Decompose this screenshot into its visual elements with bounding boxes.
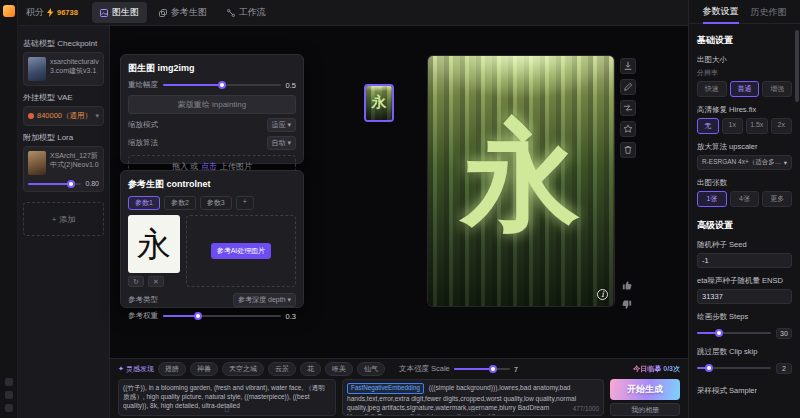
embedding-chip[interactable]: FastNegativeEmbedding <box>347 383 424 394</box>
cfg-scale-slider[interactable] <box>454 368 510 370</box>
star-icon[interactable] <box>620 121 636 137</box>
credits-display[interactable]: 积分 96738 <box>26 6 78 19</box>
clear-negative-trash-icon[interactable] <box>469 405 477 415</box>
steps-slider[interactable] <box>697 332 771 334</box>
cfg-scale-label: 文本强度 Scale <box>399 364 450 374</box>
add-model-button[interactable]: + 添加 <box>23 202 104 236</box>
vae-color-dot-icon <box>28 113 34 119</box>
rail-icon-2[interactable] <box>5 391 13 399</box>
controlnet-panel: 参考生图 controlnet 参数1 参数2 参数3 + 永 ↻ ✕ 参考AI… <box>120 170 304 308</box>
rail-icon-1[interactable] <box>5 378 13 386</box>
controlnet-processed-dropzone[interactable]: 参考AI处理图片 <box>186 215 296 287</box>
tab-parameter-settings[interactable]: 参数设置 <box>703 0 739 24</box>
reference-type-label: 参考类型 <box>128 295 158 305</box>
generated-image[interactable]: 永 i <box>428 56 614 306</box>
positive-prompt-input[interactable]: ((竹子)), in a blooming garden, (fresh and… <box>118 379 336 416</box>
reference-weight-slider[interactable] <box>163 315 281 317</box>
rating-bar <box>620 278 634 312</box>
hires-fix-label: 高清修复 Hires.fix <box>697 105 792 115</box>
controlnet-panel-title: 参考生图 controlnet <box>128 178 296 191</box>
credits-value: 96738 <box>57 8 78 17</box>
checkpoint-section-label: 基础模型 Checkpoint <box>23 38 104 49</box>
inspiration-button[interactable]: ✦ 灵感发现 <box>118 364 154 374</box>
hires-option-1-5x[interactable]: 1.5x <box>746 118 768 134</box>
hires-option-2x[interactable]: 2x <box>771 118 793 134</box>
prompt-tag[interactable]: 云景 <box>268 362 296 376</box>
controlnet-reference-image[interactable]: 永 <box>128 215 180 273</box>
reference-type-select[interactable]: 参考深度 depth ▾ <box>233 293 296 307</box>
count-option-more[interactable]: 更多 <box>762 191 792 207</box>
vae-section-label: 外挂模型 VAE <box>23 92 104 103</box>
checkpoint-thumbnail <box>28 57 46 81</box>
lora-weight-slider[interactable] <box>28 183 81 185</box>
image-icon <box>100 9 108 17</box>
rail-icon-3[interactable] <box>5 404 13 412</box>
app-logo-icon[interactable] <box>3 5 15 17</box>
ensd-input[interactable]: 31337 <box>697 289 792 304</box>
img2img-panel-title: 图生图 img2img <box>128 62 296 75</box>
checkpoint-card[interactable]: xsarchitecturalv3.com建筑v3.1 <box>23 52 104 86</box>
clear-positive-trash-icon[interactable] <box>223 405 231 415</box>
lora-card[interactable]: XSArchi_127新中式(2)Neov1.0 0.80 <box>23 146 104 192</box>
edit-icon[interactable] <box>620 79 636 95</box>
size-option-normal[interactable]: 普通 <box>730 81 760 97</box>
app-root: 积分 96738 图生图 参考生图 工作流 基础模型 Checkpoint xs… <box>0 0 800 418</box>
my-album-button[interactable]: 我的相册 <box>610 403 680 416</box>
vae-select[interactable]: 840000（通用） ▾ <box>23 106 104 126</box>
download-icon[interactable] <box>620 58 636 74</box>
controlnet-add-tab-button[interactable]: + <box>236 196 254 210</box>
upscaler-select[interactable]: R-ESRGAN 4x+（适合多种风格） ▾ <box>697 155 792 170</box>
hires-option-none[interactable]: 无 <box>697 118 719 134</box>
negative-prompt-input[interactable]: FastNegativeEmbedding (((simple backgrou… <box>342 379 604 416</box>
chevron-down-icon: ▾ <box>784 159 787 167</box>
generate-button[interactable]: 开始生成 <box>610 379 680 400</box>
prompt-tag[interactable]: 翅膀 <box>158 362 186 376</box>
count-option-4[interactable]: 4张 <box>730 191 760 207</box>
scale-mode-label: 缩放模式 <box>128 120 158 130</box>
inpaint-button[interactable]: 蒙版重绘 inpainting <box>128 95 296 114</box>
tab-workflow[interactable]: 工作流 <box>219 2 274 23</box>
clip-skip-slider[interactable] <box>697 367 771 369</box>
size-option-fast[interactable]: 快速 <box>697 81 727 97</box>
seed-input[interactable]: -1 <box>697 253 792 268</box>
scale-mode-select[interactable]: 适应 ▾ <box>267 118 296 132</box>
size-option-enhanced[interactable]: 增强 <box>762 81 792 97</box>
reference-glyph: 永 <box>137 227 171 261</box>
tab-reference-gen[interactable]: 参考生图 <box>151 2 215 23</box>
info-icon[interactable]: i <box>597 289 608 300</box>
steps-value[interactable]: 30 <box>776 328 792 339</box>
controlnet-tab-1[interactable]: 参数1 <box>128 196 160 210</box>
controlnet-tab-3[interactable]: 参数3 <box>200 196 232 210</box>
prompt-tag[interactable]: 唯美 <box>325 362 353 376</box>
lora-name: XSArchi_127新中式(2)Neov1.0 <box>50 151 99 175</box>
trash-icon[interactable] <box>620 142 636 158</box>
prompt-tag[interactable]: 神兽 <box>190 362 218 376</box>
hires-option-1x[interactable]: 1x <box>722 118 744 134</box>
basic-settings-header: 基础设置 <box>697 34 792 47</box>
prompt-tag[interactable]: 天空之城 <box>222 362 264 376</box>
generated-glyph: 永 <box>462 98 580 258</box>
reference-weight-label: 参考权重 <box>128 311 158 321</box>
ai-preprocess-button[interactable]: 参考AI处理图片 <box>211 243 272 259</box>
count-option-1[interactable]: 1张 <box>697 191 727 207</box>
tab-history[interactable]: 历史作图 <box>751 1 787 23</box>
thumbs-up-icon[interactable] <box>620 278 634 292</box>
vae-value: 840000（通用） <box>37 111 92 121</box>
thumbs-down-icon[interactable] <box>620 298 634 312</box>
prompt-tag[interactable]: 花 <box>300 362 321 376</box>
tab-reference-gen-label: 参考生图 <box>171 6 207 19</box>
tab-img2img[interactable]: 图生图 <box>92 2 147 23</box>
scale-algo-select[interactable]: 自动 ▾ <box>267 136 296 150</box>
result-thumbnail[interactable]: 永 <box>364 84 394 122</box>
clip-skip-label: 跳过层数 Clip skip <box>697 347 792 357</box>
controlnet-tab-2[interactable]: 参数2 <box>164 196 196 210</box>
add-model-label: 添加 <box>59 214 75 225</box>
compare-icon[interactable] <box>620 100 636 116</box>
remove-icon[interactable]: ✕ <box>148 276 164 287</box>
prompt-tag[interactable]: 仙气 <box>357 362 385 376</box>
clip-skip-value[interactable]: 2 <box>776 363 792 374</box>
denoise-slider[interactable] <box>163 84 281 86</box>
panel-scrollbar[interactable] <box>795 30 799 102</box>
refresh-icon[interactable]: ↻ <box>128 276 144 287</box>
ensd-label: eta噪声种子随机量 ENSD <box>697 276 792 286</box>
